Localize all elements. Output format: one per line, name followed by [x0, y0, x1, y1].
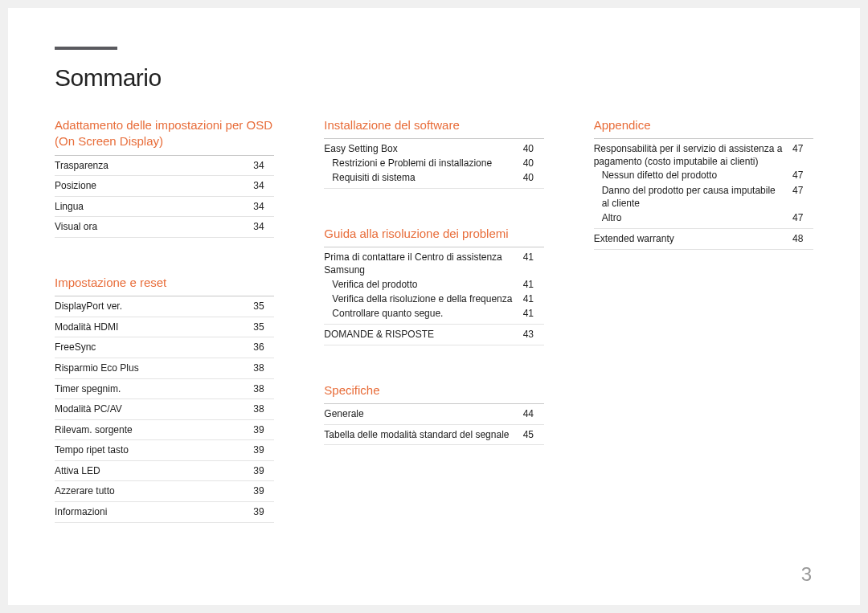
document-page: Sommario Adattamento delle impostazioni … [8, 8, 860, 605]
toc-entry-page: 44 [523, 408, 544, 421]
toc-entry-label: Risparmio Eco Plus [55, 362, 253, 375]
toc-entry[interactable]: Risparmio Eco Plus38 [55, 358, 274, 379]
toc-column: AppendiceResponsabilità per il servizio … [594, 117, 813, 523]
toc-subentry-page: 40 [523, 157, 544, 170]
toc-entry-label: Azzerare tutto [55, 485, 253, 498]
toc-subentry-label: Requisiti di sistema [332, 171, 522, 184]
toc-entry-page: 45 [523, 429, 544, 442]
toc-entry[interactable]: Generale44 [324, 404, 543, 425]
toc-subentry[interactable]: Danno del prodotto per causa imputabile … [594, 183, 813, 210]
toc-subentry[interactable]: Nessun difetto del prodotto47 [594, 168, 813, 182]
toc-entry[interactable]: Timer spegnim.38 [55, 379, 274, 400]
toc-entry-label: Informazioni [55, 506, 253, 519]
toc-entry[interactable]: Tempo ripet tasto39 [55, 440, 274, 461]
toc-entry-page: 39 [253, 465, 274, 478]
toc-entry[interactable]: Responsabilità per il servizio di assist… [594, 139, 813, 229]
toc-entry[interactable]: Attiva LED39 [55, 461, 274, 482]
toc-entry-label: Extended warranty [594, 233, 792, 246]
toc-entry-label: FreeSync [55, 341, 253, 354]
toc-entry[interactable]: DOMANDE & RISPOSTE43 [324, 325, 543, 345]
toc-entry[interactable]: Posizione34 [55, 176, 274, 197]
toc-entry-label: Generale [324, 408, 522, 421]
toc-subentry-page: 47 [792, 169, 813, 182]
toc-subentry-label: Danno del prodotto per causa imputabile … [602, 184, 792, 210]
toc-entry-label: Tempo ripet tasto [55, 444, 253, 457]
toc-column: Adattamento delle impostazioni per OSD (… [55, 117, 274, 523]
toc-entry-page: 38 [253, 383, 274, 396]
toc-entry-label: Trasparenza [55, 160, 253, 173]
toc-subentry-label: Verifica del prodotto [332, 278, 522, 291]
toc-entry[interactable]: DisplayPort ver.35 [55, 296, 274, 317]
toc-subentry-page: 41 [523, 278, 544, 291]
toc-entry-page: 47 [792, 143, 813, 168]
toc-subentry[interactable]: Controllare quanto segue.41 [324, 306, 543, 321]
toc-subentry-page: 47 [792, 184, 813, 210]
toc-entry[interactable]: Informazioni39 [55, 502, 274, 523]
toc-subentry-page: 41 [523, 307, 544, 320]
toc-entry-label: Posizione [55, 180, 253, 193]
toc-entry-page: 41 [523, 251, 544, 276]
toc-entry-page: 35 [253, 300, 274, 313]
toc-subentry-page: 41 [523, 292, 544, 305]
toc-section-title[interactable]: Adattamento delle impostazioni per OSD (… [55, 117, 274, 156]
toc-entry[interactable]: Modalità PC/AV38 [55, 399, 274, 420]
toc-entry-page: 36 [253, 341, 274, 354]
toc-entry[interactable]: Extended warranty48 [594, 229, 813, 250]
toc-entry-label: Easy Setting Box [324, 143, 522, 156]
toc-entry-label: Rilevam. sorgente [55, 424, 253, 437]
toc-entry-page: 39 [253, 444, 274, 457]
toc-entry-page: 48 [792, 233, 813, 246]
toc-subentry-page: 40 [523, 171, 544, 184]
toc-subentry-label: Controllare quanto segue. [332, 307, 522, 320]
toc-section-title[interactable]: Installazione del software [324, 117, 543, 139]
toc-subentry-label: Restrizioni e Problemi di installazione [332, 157, 522, 170]
toc-entry[interactable]: Modalità HDMI35 [55, 317, 274, 338]
toc-subentry[interactable]: Restrizioni e Problemi di installazione4… [324, 156, 543, 170]
toc-subentry-page: 47 [792, 211, 813, 224]
toc-entry-page: 40 [523, 143, 544, 156]
toc-subentry-label: Nessun difetto del prodotto [602, 169, 792, 182]
toc-entry-page: 34 [253, 180, 274, 193]
toc-entry-page: 39 [253, 424, 274, 437]
toc-subentry-label: Verifica della risoluzione e della frequ… [332, 292, 522, 305]
toc-section-title[interactable]: Guida alla risoluzione dei problemi [324, 226, 543, 247]
toc-entry[interactable]: FreeSync36 [55, 337, 274, 358]
toc-entry[interactable]: Easy Setting Box40Restrizioni e Problemi… [324, 139, 543, 189]
toc-entry-label: DOMANDE & RISPOSTE [324, 329, 522, 341]
toc-section-title[interactable]: Appendice [594, 117, 813, 139]
title-rule [55, 47, 117, 50]
toc-entry[interactable]: Lingua34 [55, 197, 274, 218]
toc-entry-page: 34 [253, 221, 274, 234]
toc-entry-label: Timer spegnim. [55, 383, 253, 396]
toc-entry[interactable]: Trasparenza34 [55, 156, 274, 177]
toc-entry-label: Tabella delle modalità standard del segn… [324, 429, 522, 442]
toc-entry[interactable]: Prima di contattare il Centro di assiste… [324, 247, 543, 325]
toc-section-title[interactable]: Specifiche [324, 382, 543, 404]
toc-entry[interactable]: Azzerare tutto39 [55, 481, 274, 502]
toc-entry-page: 43 [523, 329, 544, 341]
toc-columns: Adattamento delle impostazioni per OSD (… [55, 117, 813, 523]
toc-entry[interactable]: Visual ora34 [55, 217, 274, 238]
toc-entry-page: 39 [253, 506, 274, 519]
toc-entry-label: Attiva LED [55, 465, 253, 478]
toc-subentry[interactable]: Verifica della risoluzione e della frequ… [324, 292, 543, 306]
toc-entry-page: 34 [253, 201, 274, 214]
page-title: Sommario [55, 64, 813, 92]
toc-entry-page: 38 [253, 403, 274, 416]
toc-entry-page: 39 [253, 485, 274, 498]
toc-entry-label: Visual ora [55, 221, 253, 234]
toc-entry[interactable]: Tabella delle modalità standard del segn… [324, 425, 543, 446]
page-number: 3 [801, 563, 812, 586]
toc-entry-page: 38 [253, 362, 274, 375]
toc-entry-label: Lingua [55, 201, 253, 214]
toc-entry[interactable]: Rilevam. sorgente39 [55, 420, 274, 441]
toc-subentry[interactable]: Requisiti di sistema40 [324, 170, 543, 185]
toc-entry-label: DisplayPort ver. [55, 300, 253, 313]
toc-entry-page: 35 [253, 321, 274, 334]
toc-subentry[interactable]: Altro47 [594, 210, 813, 225]
toc-subentry[interactable]: Verifica del prodotto41 [324, 277, 543, 292]
toc-section-title[interactable]: Impostazione e reset [55, 275, 274, 296]
toc-entry-label: Modalità HDMI [55, 321, 253, 334]
toc-subentry-label: Altro [602, 211, 792, 224]
toc-entry-label: Modalità PC/AV [55, 403, 253, 416]
